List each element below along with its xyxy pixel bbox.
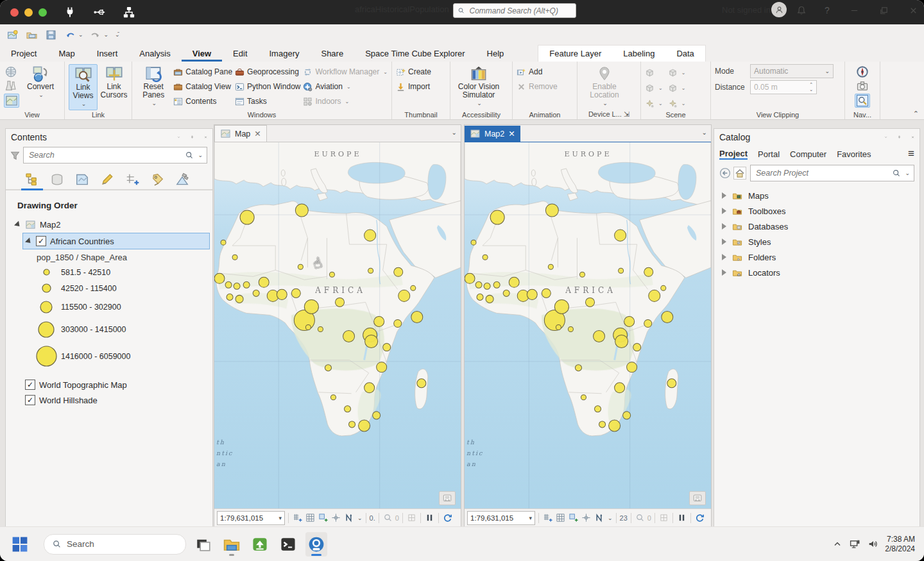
catalog-tab-project[interactable]: Project [719, 149, 748, 160]
catalog-item-locators[interactable]: Locators [714, 265, 920, 280]
grid-add-icon[interactable] [542, 512, 553, 523]
taskbar-search[interactable]: Search [44, 534, 186, 555]
sign-in-status[interactable]: Not signed in [722, 5, 771, 15]
terminal-button[interactable] [277, 532, 299, 557]
layer-checkbox[interactable]: ✓ [25, 380, 35, 390]
power-icon[interactable] [64, 6, 76, 19]
list-by-data-source-icon[interactable] [47, 170, 67, 189]
redo-button[interactable] [89, 28, 103, 42]
scene-surface-icon[interactable]: ⌄ [645, 81, 663, 94]
parcel-icon[interactable] [658, 512, 669, 523]
ribbon-button-tasks[interactable]: Tasks [235, 95, 300, 108]
north-arrow-icon[interactable] [594, 512, 604, 523]
camera-icon[interactable] [855, 80, 869, 92]
ribbon-button-contents[interactable]: Contents [173, 95, 232, 108]
refresh-icon[interactable] [442, 512, 453, 523]
ribbon-tab-view[interactable]: View [182, 45, 222, 62]
file-explorer-button[interactable] [221, 532, 243, 557]
scene-effects-icon[interactable]: ⌄ [668, 97, 686, 110]
tray-expand-icon[interactable] [832, 539, 843, 549]
list-by-imagery-icon[interactable] [173, 170, 192, 189]
command-search[interactable] [453, 3, 576, 18]
ribbon-tab-analysis[interactable]: Analysis [128, 45, 181, 62]
north-arrow-icon[interactable] [343, 512, 354, 523]
contents-search-input[interactable] [28, 150, 185, 160]
ribbon-tab-imagery[interactable]: Imagery [259, 45, 311, 62]
catalog-tab-portal[interactable]: Portal [758, 149, 780, 159]
screen-share-app-button[interactable] [249, 532, 271, 557]
tree-item-world-hillshade[interactable]: ✓World Hillshade [6, 392, 212, 408]
pause-drawing-icon[interactable] [424, 512, 435, 523]
clip-mode-select[interactable]: Automatic⌄ [750, 64, 834, 78]
legend-class-3[interactable]: 303000 - 1415000 [6, 317, 212, 342]
scale-select[interactable]: 1:79,631,015▾ [467, 511, 535, 525]
contents-search[interactable]: ⌄ [23, 147, 207, 163]
create-thumbnail-button[interactable]: Create [396, 65, 431, 78]
reset-panes-button[interactable]: Reset Panes⌄ [136, 64, 171, 110]
window-minimize-button[interactable] [847, 3, 861, 17]
ribbon-tab-edit[interactable]: Edit [222, 45, 258, 62]
ribbon-tab-help[interactable]: Help [476, 45, 515, 62]
ribbon-button-indoors[interactable]: Indoors⌄ [303, 95, 388, 108]
undo-button[interactable] [63, 28, 77, 42]
ribbon-button-catalog-view[interactable]: Catalog View [173, 80, 232, 93]
ribbon-tab-share[interactable]: Share [310, 45, 354, 62]
ribbon-tab-map[interactable]: Map [47, 45, 85, 62]
list-by-drawing-order-icon[interactable] [22, 170, 42, 189]
usb-icon[interactable] [93, 6, 106, 19]
catalog-search-input[interactable] [755, 168, 892, 178]
catalog-item-databases[interactable]: Databases [714, 219, 920, 234]
catalog-item-folders[interactable]: Folders [714, 249, 920, 265]
pin-icon[interactable] [185, 133, 194, 142]
scene-vertical-exaggeration-icon[interactable]: ⌄ [668, 66, 686, 79]
tab-list-chevron[interactable]: ⌄ [702, 129, 707, 136]
tray-volume-icon[interactable] [867, 539, 878, 550]
legend-class-0[interactable]: 581.5 - 42510 [6, 265, 212, 280]
tray-network-icon[interactable] [849, 539, 860, 550]
list-by-selection-icon[interactable] [73, 170, 92, 189]
contextual-tab-feature-layer[interactable]: Feature Layer [538, 46, 612, 62]
crosshair-icon[interactable] [330, 512, 341, 523]
tree-item-map2[interactable]: Map2 [6, 217, 212, 232]
legend-class-1[interactable]: 42520 - 115400 [6, 280, 212, 297]
map-view-icon[interactable] [4, 94, 19, 108]
crosshair-icon[interactable] [581, 512, 592, 523]
dialog-launcher-icon[interactable]: ⇲ [624, 110, 629, 118]
list-by-labeling-icon[interactable] [148, 170, 167, 189]
legend-class-4[interactable]: 1416000 - 6059000 [6, 342, 212, 371]
layer-checkbox[interactable]: ✓ [36, 236, 46, 246]
color-vision-simulator-button[interactable]: Color Vision Simulator⌄ [454, 64, 503, 110]
map2-tab[interactable]: Map2 ✕ [465, 126, 520, 142]
ribbon-button-catalog-pane[interactable]: Catalog Pane [173, 65, 232, 78]
remove-animation-button[interactable]: Remove [517, 80, 558, 93]
arcgis-pro-button[interactable] [305, 532, 327, 557]
grid-icon[interactable] [555, 512, 566, 523]
contextual-tab-labeling[interactable]: Labeling [612, 46, 665, 62]
map2-overflow-icon[interactable] [689, 491, 706, 505]
open-project-button[interactable] [24, 28, 38, 42]
redo-dropdown[interactable]: ⌄ [104, 31, 109, 38]
contextual-tab-data[interactable]: Data [665, 46, 705, 62]
scene-windows-icon[interactable]: ⌄ [668, 81, 686, 94]
tree-item-world-topographic-map[interactable]: ✓World Topographic Map [6, 377, 212, 392]
account-avatar[interactable] [771, 2, 787, 17]
ribbon-button-aviation[interactable]: Aviation⌄ [303, 80, 388, 93]
start-button[interactable] [12, 536, 28, 553]
back-icon[interactable] [719, 167, 731, 179]
scale-select[interactable]: 1:79,631,015▾ [217, 511, 285, 525]
ribbon-tab-space-time-cube-explorer[interactable]: Space Time Cube Explorer [354, 45, 475, 62]
map1-tab[interactable]: Map ✕ [214, 125, 267, 142]
select-features-icon[interactable] [568, 512, 579, 523]
customize-qat-button[interactable]: ⌄̄ [115, 31, 120, 38]
globe-view-icon[interactable] [4, 65, 18, 78]
ribbon-tab-insert[interactable]: Insert [86, 45, 129, 62]
pane-menu-icon[interactable] [879, 133, 887, 142]
catalog-item-styles[interactable]: Styles [714, 234, 920, 249]
desktops-button[interactable] [193, 532, 214, 557]
search-options-chevron[interactable]: ⌄ [905, 170, 910, 176]
compass-icon[interactable] [855, 65, 869, 78]
list-by-snapping-icon[interactable] [123, 170, 142, 189]
catalog-item-maps[interactable]: Maps [714, 188, 920, 203]
add-animation-button[interactable]: Add [517, 65, 558, 78]
zoom-tools-icon[interactable] [855, 94, 870, 108]
